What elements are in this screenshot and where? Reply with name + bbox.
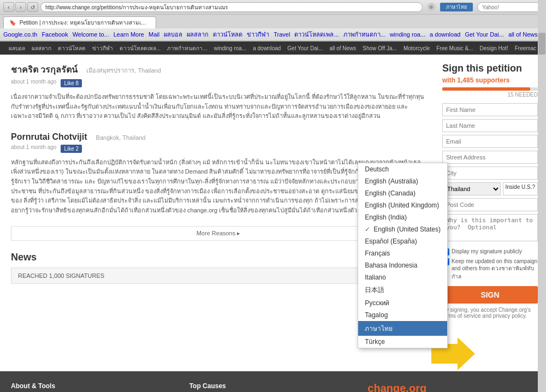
nav-link[interactable]: all of News xyxy=(326,45,359,51)
first-name-field[interactable] xyxy=(442,103,538,116)
author-block-1: ชาคริต วรกุลรัตน์ เมืองสมุทรปราการ, Thai… xyxy=(11,63,426,121)
bookmark-music1[interactable]: ดาวน์โหลดเพล... xyxy=(294,29,339,39)
needed-label: 15 NEEDED xyxy=(442,92,538,98)
address-bar[interactable] xyxy=(40,2,423,12)
supporters-count: with 1,485 supporters xyxy=(442,76,538,84)
bookmark-facebook[interactable]: Facebook xyxy=(41,31,68,38)
lang-item-tr[interactable]: Türkçe xyxy=(358,336,447,348)
lang-item-id[interactable]: Bahasa Indonesia xyxy=(358,259,447,271)
nav-link[interactable]: ดาวน์โหลดเพล... xyxy=(116,44,164,52)
lang-item-en-us[interactable]: ✓English (United States) xyxy=(358,223,447,235)
forward-button[interactable]: › xyxy=(15,2,26,12)
bookmark-allnews[interactable]: all of News xyxy=(508,31,538,38)
bookmark-dai[interactable]: Get Your Dai... xyxy=(465,31,504,38)
nav-link[interactable]: ภาพกำหนดกา... xyxy=(164,44,210,52)
bookmark-winding[interactable]: winding roa... xyxy=(390,31,425,38)
back-button[interactable]: ‹ xyxy=(3,2,14,12)
bookmark-thai1[interactable]: ผลบอล xyxy=(164,29,182,39)
lang-item-en-ca[interactable]: English (Canada) xyxy=(358,187,447,199)
content-area: ชาคริต วรกุลรัตน์ เมืองสมุทรปราการ, Thai… xyxy=(0,55,546,327)
nav-link[interactable]: ผลบอล xyxy=(5,44,28,52)
terms-text: By signing, you accept Change.org's term… xyxy=(442,307,538,319)
active-tab[interactable]: 🔖 Petition | การประมง: หยุดนโยบายการเดิน… xyxy=(3,16,156,28)
lang-item-deutsch[interactable]: Deutsch xyxy=(358,163,447,175)
bookmark-google[interactable]: Google.co.th xyxy=(3,31,37,38)
country-select[interactable]: Thailand xyxy=(442,182,501,195)
sign-petition-title: Sign this petition xyxy=(442,63,538,74)
nav-buttons: ‹ › ↺ xyxy=(3,2,38,12)
author2-location: Bangkok, Thailand xyxy=(96,134,146,141)
lang-item-en-in[interactable]: English (India) xyxy=(358,211,447,223)
bookmark-mail[interactable]: Mail xyxy=(149,31,159,38)
sign-button[interactable]: SIGN xyxy=(442,286,538,304)
right-column: Sign this petition with 1,485 supporters… xyxy=(437,55,546,327)
like-button-1[interactable]: Like 8 xyxy=(61,79,82,87)
bookmark-thai2[interactable]: ผลสลาก xyxy=(187,29,209,39)
footer-about-tools: About & Tools Petitions Victories Tips &… xyxy=(11,382,179,392)
bookmark-travel[interactable]: Travel xyxy=(274,31,290,38)
lang-item-it[interactable]: Italiano xyxy=(358,271,447,283)
tab-title: Petition | การประมง: หยุดนโยบายการเดินทา… xyxy=(20,20,156,26)
author2-name: Pornrutai Chotvijit xyxy=(11,132,87,142)
author2-meta: about 1 month ago xyxy=(11,144,56,150)
nav-link[interactable]: winding roa... xyxy=(211,45,250,51)
bookmark-welcome[interactable]: Welcome to... xyxy=(73,31,109,38)
email-field[interactable] xyxy=(442,135,538,148)
reload-button[interactable]: ↺ xyxy=(27,2,38,12)
footer: About & Tools Petitions Victories Tips &… xyxy=(0,371,546,392)
nav-link[interactable]: Get Your Dai... xyxy=(284,45,326,51)
browser-toolbar: ‹ › ↺ ⊕ ภาษาไทย xyxy=(0,0,546,15)
lang-item-th[interactable]: ภาษาไทย xyxy=(358,321,447,336)
footer-brand-col: change.org Change.org is a social action… xyxy=(367,382,535,392)
rss-icon: ⊕ xyxy=(427,3,436,11)
postcode-field[interactable] xyxy=(442,198,538,211)
browser-tabs: 🔖 Petition | การประมง: หยุดนโยบายการเดิน… xyxy=(0,15,546,28)
nav-link[interactable]: ดาวน์โหลด xyxy=(55,44,89,52)
nav-link[interactable]: Show Off Ja... xyxy=(359,45,400,51)
lang-item-tl[interactable]: Tagalog xyxy=(358,309,447,321)
lang-item-ja[interactable]: 日本語 xyxy=(358,283,447,297)
nav-link[interactable]: ผลสลาก xyxy=(28,44,55,52)
footer-top-causes: Top Causes Animals Criminal Justice Econ… xyxy=(189,382,357,392)
tab-favicon: 🔖 xyxy=(9,20,16,26)
progress-bar-fill xyxy=(442,87,530,91)
language-dropdown: Deutsch English (Australia) English (Can… xyxy=(358,163,448,348)
lang-item-en-uk[interactable]: English (United Kingdom) xyxy=(358,199,447,211)
language-badge: ภาษาไทย xyxy=(440,3,473,11)
author1-name: ชาคริต วรกุลรัตน์ xyxy=(11,63,78,76)
bookmark-learnmore[interactable]: Learn More xyxy=(114,31,144,38)
bookmark-adl[interactable]: a download xyxy=(430,31,460,38)
checkbox-row-2: Keep me updated on this campaign and oth… xyxy=(442,258,538,281)
display-signature-label: Display my signature publicly xyxy=(452,248,522,254)
bookmark-photo[interactable]: ภาพกำหนดกา... xyxy=(343,29,385,39)
author1-location: เมืองสมุทรปราการ, Thailand xyxy=(86,66,161,75)
footer-brand-logo: change.org xyxy=(367,382,535,392)
city-field[interactable] xyxy=(442,167,538,180)
author1-text: เนื่องจากความจำเป็นที่จะต้องปกป้องทรัพยา… xyxy=(11,92,426,121)
inside-us-toggle[interactable]: Inside U.S.? xyxy=(503,182,538,195)
why-important-field[interactable] xyxy=(442,214,538,241)
nav-link[interactable]: ข่าวกีฬา xyxy=(89,44,116,52)
scrollbar[interactable] xyxy=(538,0,546,392)
nav-link[interactable]: Free Music &... xyxy=(433,45,476,51)
last-name-field[interactable] xyxy=(442,119,538,132)
bookmark-news[interactable]: ข่าวกีฬา xyxy=(247,29,269,39)
footer-causes-title: Top Causes xyxy=(189,382,357,390)
lang-item-ru[interactable]: Русский xyxy=(358,297,447,309)
like-button-2[interactable]: Like 2 xyxy=(61,145,82,153)
top-navigation: ผลบอล ผลสลาก ดาวน์โหลด ข่าวกีฬา ดาวน์โหล… xyxy=(0,41,546,55)
footer-top: About & Tools Petitions Victories Tips &… xyxy=(11,382,535,392)
lang-item-es[interactable]: Español (España) xyxy=(358,235,447,247)
language-dropdown-overlay: Deutsch English (Australia) English (Can… xyxy=(358,163,448,348)
lang-item-en-au[interactable]: English (Australia) xyxy=(358,175,447,187)
page-wrapper: ชาคริต วรกุลรัตน์ เมืองสมุทรปราการ, Thai… xyxy=(0,55,546,371)
nav-link[interactable]: Design Hot! xyxy=(477,45,512,51)
address-field[interactable] xyxy=(442,151,538,164)
nav-link[interactable]: Motorcycle xyxy=(400,45,433,51)
footer-about-title: About & Tools xyxy=(11,382,179,390)
bookmark-download[interactable]: ดาวน์โหลด xyxy=(213,29,242,39)
search-input[interactable] xyxy=(477,2,543,12)
author1-meta: about 1 month ago xyxy=(11,79,56,85)
lang-item-fr[interactable]: Français xyxy=(358,247,447,259)
nav-link[interactable]: a download xyxy=(250,45,284,51)
